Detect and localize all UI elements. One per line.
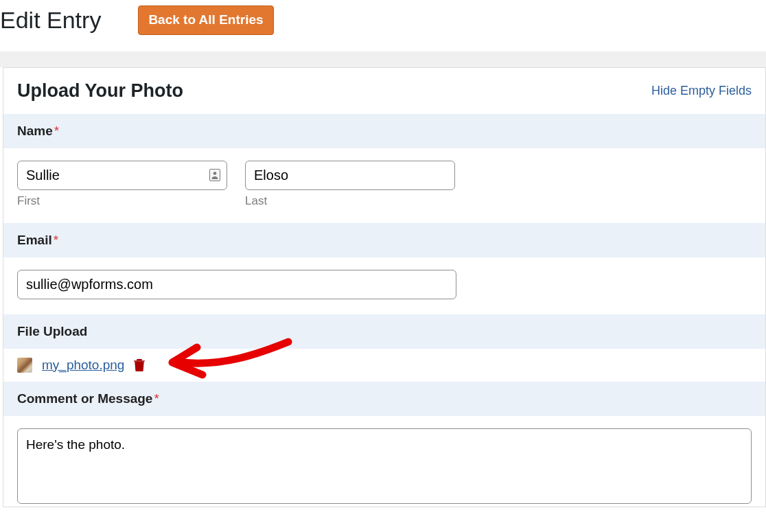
autofill-contact-icon[interactable] bbox=[209, 169, 220, 181]
first-name-input[interactable] bbox=[17, 161, 227, 190]
email-label-text: Email bbox=[17, 233, 52, 247]
form-title: Upload Your Photo bbox=[17, 80, 183, 102]
panel-header: Upload Your Photo Hide Empty Fields bbox=[3, 68, 765, 114]
comment-field-body bbox=[3, 416, 765, 507]
comment-textarea[interactable] bbox=[17, 428, 752, 504]
name-label-text: Name bbox=[17, 124, 53, 138]
email-field-label: Email* bbox=[3, 223, 765, 257]
required-marker: * bbox=[54, 233, 58, 247]
email-field-body bbox=[3, 257, 765, 314]
comment-label-text: Comment or Message bbox=[17, 391, 152, 406]
file-upload-label-text: File Upload bbox=[17, 324, 87, 338]
entry-panel: Upload Your Photo Hide Empty Fields Name… bbox=[3, 67, 766, 507]
name-field-body: First Last bbox=[3, 148, 765, 223]
svg-point-1 bbox=[213, 172, 217, 175]
first-name-sublabel: First bbox=[17, 194, 227, 208]
file-upload-row: my_photo.png bbox=[3, 349, 765, 382]
required-marker: * bbox=[54, 124, 59, 138]
last-name-sublabel: Last bbox=[245, 194, 455, 208]
file-name-link[interactable]: my_photo.png bbox=[42, 358, 124, 373]
back-to-entries-button[interactable]: Back to All Entries bbox=[138, 5, 273, 35]
separator-bar bbox=[0, 51, 766, 67]
required-marker: * bbox=[154, 391, 159, 406]
name-field-label: Name* bbox=[3, 114, 765, 148]
hide-empty-fields-link[interactable]: Hide Empty Fields bbox=[651, 84, 752, 98]
page-title: Edit Entry bbox=[0, 7, 101, 34]
trash-icon[interactable] bbox=[134, 359, 145, 371]
file-thumbnail bbox=[17, 358, 32, 373]
file-upload-field-label: File Upload bbox=[3, 314, 765, 349]
email-input[interactable] bbox=[17, 270, 456, 299]
comment-field-label: Comment or Message* bbox=[3, 382, 765, 416]
last-name-input[interactable] bbox=[245, 161, 455, 190]
